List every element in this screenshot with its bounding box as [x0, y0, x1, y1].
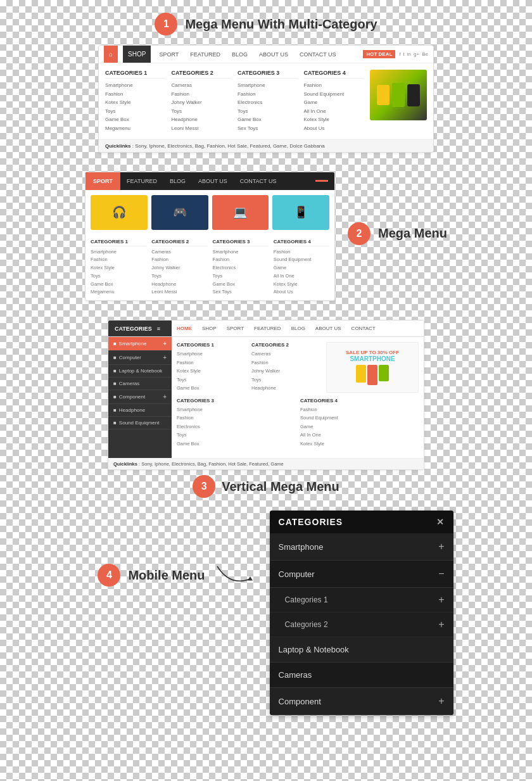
nav2-aboutus[interactable]: ABOUT US [192, 178, 234, 184]
mobile-item-smartphone[interactable]: Smartphone + [270, 533, 453, 561]
mobile-sub-categories2[interactable]: Categories 2 + [270, 613, 453, 637]
cat2-item[interactable]: Fashion [172, 90, 232, 99]
mega2-item[interactable]: All In One [274, 272, 329, 281]
mc-item[interactable]: Fashion [251, 359, 321, 367]
nav2-featured[interactable]: FEATURED [120, 178, 163, 184]
mega2-item[interactable]: Toys [151, 272, 207, 281]
mc-item[interactable]: Fashion [300, 405, 419, 414]
mc-item[interactable]: Game Box [177, 384, 246, 393]
cat3-item[interactable]: Toys [238, 107, 298, 116]
cat1-item[interactable]: Fashion [105, 90, 165, 99]
mobile-close-btn[interactable]: ✕ [436, 517, 445, 527]
mc-item[interactable]: Cameras [251, 350, 321, 359]
mega2-item[interactable]: Fashion [274, 248, 329, 257]
mega2-item[interactable]: About Us [274, 288, 329, 296]
v-nav-contact[interactable]: CONTACT [346, 326, 381, 331]
mobile-item-laptop[interactable]: Laptop & Notebook [270, 637, 453, 663]
mc-item[interactable]: Smartphone [177, 350, 246, 359]
cat2-item[interactable]: Toys [172, 107, 232, 116]
cat4-item[interactable]: Sound Equipment [304, 90, 364, 99]
nav-blog[interactable]: BLOG [229, 51, 251, 58]
mobile-item-cameras[interactable]: Cameras [270, 663, 453, 688]
mc-item[interactable]: All In One [300, 431, 419, 440]
cat3-item[interactable]: Electronics [238, 98, 298, 107]
nav-featured[interactable]: FEATURED [187, 51, 224, 58]
mega2-item[interactable]: Smartphone [213, 248, 269, 257]
cat3-item[interactable]: Game Box [238, 115, 298, 124]
mobile-sub-categories1[interactable]: Categories 1 + [270, 588, 453, 613]
cat2-item[interactable]: Headphone [172, 115, 232, 124]
mc-item[interactable]: Headphone [251, 384, 321, 393]
nav-sport[interactable]: SPORT [156, 51, 182, 58]
mc-item[interactable]: Johny Walker [251, 367, 321, 376]
mega2-item[interactable]: Leoni Messi [151, 288, 207, 296]
cat2-item[interactable]: Cameras [172, 81, 232, 90]
mc-item[interactable]: Toys [177, 431, 295, 440]
sport-btn[interactable]: SPORT [86, 172, 120, 190]
cat2-item[interactable]: Leoni Messi [172, 124, 232, 133]
v-nav-featured[interactable]: FEATURED [249, 326, 286, 331]
mc-item[interactable]: Smartphone [177, 405, 295, 414]
home-btn[interactable]: ⌂ [104, 46, 118, 63]
mega2-item[interactable]: Toys [213, 272, 269, 281]
mega2-item[interactable]: Fashion [91, 256, 146, 264]
v-nav-about[interactable]: ABOUT US [310, 326, 346, 331]
mega2-item[interactable]: Headphone [151, 281, 207, 289]
mega2-item[interactable]: Game Box [213, 281, 269, 289]
cat1-item[interactable]: Toys [105, 107, 165, 116]
mc-item[interactable]: Fashion [177, 414, 295, 422]
mega2-item[interactable]: Johny Walker [151, 264, 207, 272]
sidebar-computer[interactable]: ■ Computer + [108, 351, 172, 365]
mega2-item[interactable]: Game [274, 264, 329, 272]
mc-item[interactable]: Fashion [177, 359, 246, 367]
mc-item[interactable]: Toys [177, 376, 246, 384]
mega2-item[interactable]: Game Box [91, 281, 146, 289]
cat3-item[interactable]: Smartphone [238, 81, 298, 90]
sidebar-laptop[interactable]: ■ Laptop & Notebook [108, 365, 172, 378]
mc-item[interactable]: Kotex Style [300, 440, 419, 448]
mobile-item-computer[interactable]: Computer − [270, 561, 453, 588]
v-nav-home[interactable]: HOME [172, 326, 197, 331]
sidebar-headphone[interactable]: ■ Headphone [108, 404, 172, 417]
mega2-item[interactable]: Fashion [151, 256, 207, 264]
v-nav-blog[interactable]: BLOG [286, 326, 310, 331]
v-nav-sport[interactable]: SPORT [222, 326, 249, 331]
cat1-item[interactable]: Smartphone [105, 81, 165, 90]
mega2-item[interactable]: Kotex Style [91, 264, 146, 272]
cat1-item[interactable]: Megamenu [105, 124, 165, 133]
mega2-item[interactable]: Toys [91, 272, 146, 281]
cat1-item[interactable]: Kotex Style [105, 98, 165, 107]
mega2-item[interactable]: Megamenu [91, 288, 146, 296]
v-nav-shop[interactable]: SHOP [197, 326, 222, 331]
mega2-item[interactable]: Sex Toys [213, 288, 269, 296]
mc-item[interactable]: Electronics [177, 422, 295, 431]
mega2-item[interactable]: Smartphone [91, 248, 146, 257]
nav-aboutus[interactable]: ABOUT US [256, 51, 291, 58]
cat2-item[interactable]: Johny Walker [172, 98, 232, 107]
cat1-item[interactable]: Game Box [105, 115, 165, 124]
mc-item[interactable]: Game [300, 422, 419, 431]
cat4-item[interactable]: All In One [304, 107, 364, 116]
cat3-item[interactable]: Fashion [238, 90, 298, 99]
cat4-item[interactable]: Game [304, 98, 364, 107]
mega2-item[interactable]: Sound Equipment [274, 256, 329, 264]
sidebar-component[interactable]: ■ Component + [108, 390, 172, 404]
cat4-item[interactable]: Fashion [304, 81, 364, 90]
mobile-item-component[interactable]: Component + [270, 688, 453, 715]
mc-item[interactable]: Game Box [177, 440, 295, 448]
cat3-item[interactable]: Sex Toys [238, 124, 298, 133]
nav2-blog[interactable]: BLOG [163, 178, 192, 184]
nav-contact[interactable]: CONTACT US [296, 51, 339, 58]
mc-item[interactable]: Sound Equipment [300, 414, 419, 422]
sidebar-cameras[interactable]: ■ Cameras [108, 378, 172, 390]
nav2-contact[interactable]: CONTACT US [234, 178, 283, 184]
mega2-item[interactable]: Fashion [213, 256, 269, 264]
mc-item[interactable]: Kotex Style [177, 367, 246, 376]
sidebar-smartphone[interactable]: ■ Smartphone + [108, 337, 172, 351]
sidebar-sound[interactable]: ■ Sound Equiqment [108, 417, 172, 429]
cat4-item[interactable]: Kotex Style [304, 115, 364, 124]
mega2-item[interactable]: Kotex Style [274, 281, 329, 289]
cat4-item[interactable]: About Us [304, 124, 364, 133]
shop-btn[interactable]: SHOP [123, 46, 151, 63]
mega2-item[interactable]: Cameras [151, 248, 207, 257]
